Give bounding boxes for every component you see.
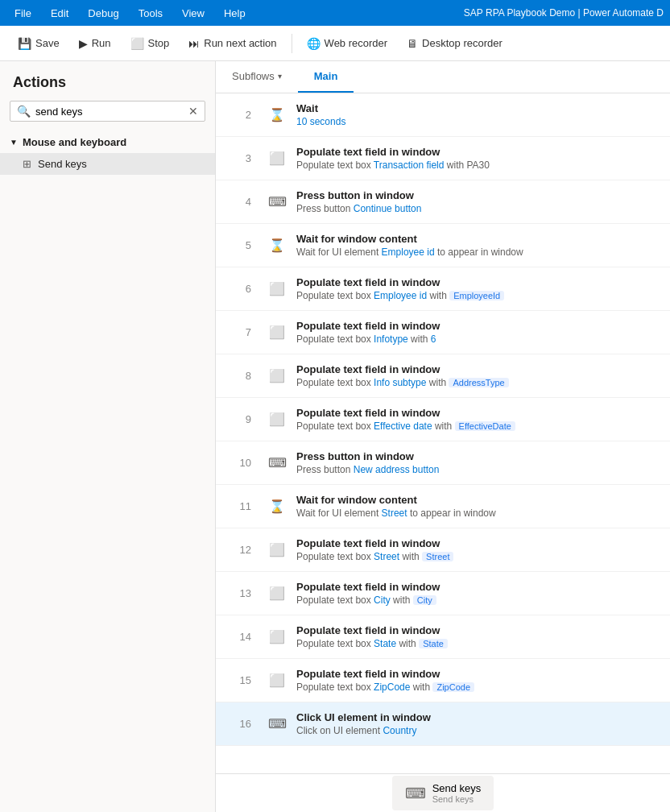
desktop-recorder-icon: 🖥 [407, 37, 418, 50]
row-title: Populate text field in window [296, 276, 664, 288]
run-next-button[interactable]: ⏭ Run next action [180, 33, 284, 54]
tab-main[interactable]: Main [298, 61, 354, 93]
row-number: 15 [216, 674, 264, 686]
row-title: Populate text field in window [296, 624, 664, 636]
bottom-bar: ⌨ Send keys Send keys [216, 773, 670, 812]
desc-blue: City [374, 594, 391, 606]
web-recorder-button[interactable]: 🌐 Web recorder [299, 33, 396, 54]
flow-row-7[interactable]: 7⬜Populate text field in windowPopulate … [216, 311, 670, 354]
toolbar: 💾 Save ▶ Run ⬜ Stop ⏭ Run next action 🌐 … [0, 26, 670, 61]
tooltip-sublabel: Send keys [432, 794, 482, 804]
desc-tag: EmployeeId [449, 291, 504, 300]
flow-row-3[interactable]: 3⬜Populate text field in windowPopulate … [216, 137, 670, 180]
desc-plain: Populate text box [296, 290, 374, 301]
desktop-recorder-button[interactable]: 🖥 Desktop recorder [399, 33, 511, 54]
desc-plain: Populate text box [296, 682, 374, 693]
row-content: Wait for window contentWait for UI eleme… [290, 231, 670, 259]
clear-icon[interactable]: ✕ [188, 105, 198, 118]
row-desc: Populate text box Infotype with 6 [296, 334, 664, 345]
row-desc: Wait for UI element Street to appear in … [296, 508, 664, 519]
desc-plain: Wait for UI element [296, 246, 382, 258]
flow-row-15[interactable]: 15⬜Populate text field in windowPopulate… [216, 659, 670, 702]
desc-plain: Populate text box [296, 638, 374, 649]
toolbar-separator [292, 34, 292, 53]
row-content: Populate text field in windowPopulate te… [290, 362, 670, 390]
action-send-keys-label: Send keys [38, 158, 87, 170]
row-desc: Populate text box Street with Street [296, 551, 664, 562]
run-button[interactable]: ▶ Run [71, 33, 119, 54]
row-content: Populate text field in windowPopulate te… [290, 144, 670, 172]
web-recorder-icon: 🌐 [307, 37, 321, 50]
hourglass-icon: ⌛ [264, 499, 290, 514]
desc-plain: Press button [296, 464, 354, 475]
search-box[interactable]: 🔍 ✕ [10, 101, 205, 122]
row-number: 7 [216, 326, 264, 338]
row-content: Populate text field in windowPopulate te… [290, 318, 670, 346]
window-icon: ⬜ [264, 281, 290, 296]
flow-row-10[interactable]: 10⌨Press button in windowPress button Ne… [216, 441, 670, 485]
menu-view[interactable]: View [174, 4, 213, 23]
flow-row-16[interactable]: 16⌨Click UI element in windowClick on UI… [216, 702, 670, 746]
row-number: 12 [216, 544, 264, 556]
flow-row-6[interactable]: 6⬜Populate text field in windowPopulate … [216, 267, 670, 311]
flow-row-14[interactable]: 14⬜Populate text field in windowPopulate… [216, 615, 670, 659]
row-title: Wait [296, 102, 664, 114]
desc-blue: ZipCode [374, 682, 410, 693]
desc-tag: EffectiveDate [455, 421, 515, 431]
save-icon: 💾 [18, 37, 31, 50]
action-send-keys[interactable]: ⊞ Send keys [0, 153, 215, 175]
menu-help[interactable]: Help [216, 4, 254, 23]
desc-plain: Press button [296, 203, 354, 214]
row-number: 14 [216, 631, 264, 643]
row-number: 13 [216, 587, 264, 599]
flow-row-12[interactable]: 12⬜Populate text field in windowPopulate… [216, 528, 670, 572]
desc-plain: to appear in window [407, 508, 496, 519]
desc-plain: with [432, 420, 455, 432]
flow-row-11[interactable]: 11⌛Wait for window contentWait for UI el… [216, 485, 670, 528]
desc-plain: with [444, 160, 466, 171]
desc-plain: Populate text box [296, 420, 374, 432]
save-button[interactable]: 💾 Save [10, 33, 68, 54]
row-desc: Populate text box Transaction field with… [296, 160, 664, 171]
row-number: 6 [216, 283, 264, 295]
window-icon: ⬜ [264, 412, 290, 427]
menu-file[interactable]: File [6, 4, 39, 23]
search-input[interactable] [35, 106, 188, 118]
hourglass-icon: ⌛ [264, 107, 290, 122]
desc-blue: Effective date [374, 420, 432, 432]
row-content: Populate text field in windowPopulate te… [290, 405, 670, 433]
desc-plain: Populate text box [296, 377, 374, 388]
flow-row-13[interactable]: 13⬜Populate text field in windowPopulate… [216, 572, 670, 615]
stop-button[interactable]: ⬜ Stop [122, 33, 178, 54]
menu-debug[interactable]: Debug [80, 4, 126, 23]
menu-edit[interactable]: Edit [43, 4, 77, 23]
flow-row-9[interactable]: 9⬜Populate text field in windowPopulate … [216, 398, 670, 441]
desc-plain: PA30 [466, 160, 489, 171]
tooltip-label: Send keys [432, 782, 482, 794]
button-icon: ⌨ [264, 716, 290, 731]
button-icon: ⌨ [264, 455, 290, 470]
category-mouse-keyboard[interactable]: ▼ Mouse and keyboard [0, 131, 215, 153]
flow-row-2[interactable]: 2⌛Wait10 seconds [216, 93, 670, 137]
desc-plain: with [426, 377, 449, 388]
button-icon: ⌨ [264, 194, 290, 209]
desc-blue: Street [382, 508, 407, 519]
desc-tag: Street [422, 552, 453, 561]
flow-row-5[interactable]: 5⌛Wait for window contentWait for UI ele… [216, 224, 670, 267]
tab-subflows[interactable]: Subflows ▾ [216, 61, 298, 93]
row-title: Wait for window content [296, 494, 664, 506]
tabs-bar: Subflows ▾ Main [216, 61, 670, 93]
menu-tools[interactable]: Tools [130, 4, 171, 23]
window-icon: ⬜ [264, 673, 290, 688]
flow-row-4[interactable]: 4⌨Press button in windowPress button Con… [216, 180, 670, 224]
row-desc: Click on UI element Country [296, 725, 664, 736]
run-icon: ▶ [79, 37, 88, 50]
row-number: 2 [216, 109, 264, 121]
row-desc: 10 seconds [296, 116, 664, 127]
stop-icon: ⬜ [130, 37, 144, 50]
chevron-icon: ▾ [278, 72, 282, 81]
row-desc: Press button New address button [296, 464, 664, 475]
flow-row-8[interactable]: 8⬜Populate text field in windowPopulate … [216, 354, 670, 398]
row-desc: Populate text box Employee id with Emplo… [296, 290, 664, 301]
send-keys-tooltip-icon: ⌨ [405, 785, 426, 802]
